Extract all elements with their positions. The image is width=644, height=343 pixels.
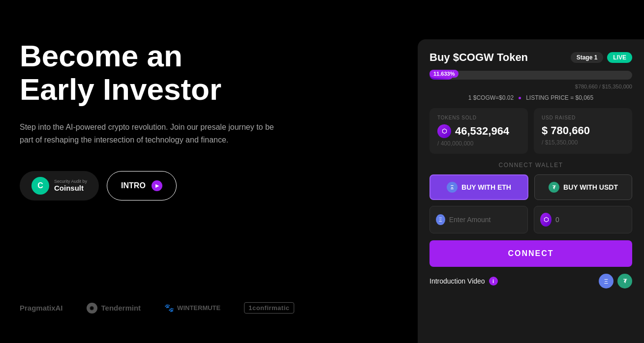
tokens-sold-label: TOKENS SOLD xyxy=(437,115,520,120)
tokens-sold-sub: / 400,000,000 xyxy=(437,140,520,147)
partner-1confirmatic: 1confirmatic xyxy=(244,302,294,314)
hero-subtitle: Step into the AI-powered crypto revoluti… xyxy=(20,121,276,146)
chain-icons: Ξ ₮ xyxy=(599,274,632,288)
intro-button[interactable]: INTRO xyxy=(107,171,177,200)
token-info: 1 $COGW=$0.02 LISTING PRICE = $0,065 xyxy=(429,94,632,101)
progress-bar-bg xyxy=(429,71,632,80)
coinsult-text: Security Audit by Coinsult xyxy=(54,179,87,192)
panel-header: Buy $COGW Token Stage 1 LIVE xyxy=(429,51,632,64)
eth-input-icon: Ξ xyxy=(436,214,445,225)
cogw-token-icon: ⬡ xyxy=(437,124,451,138)
stats-row: TOKENS SOLD ⬡ 46,532,964 / 400,000,000 U… xyxy=(429,108,632,154)
play-icon xyxy=(152,180,162,191)
usd-raised-card: USD RAISED $ 780,660 / $15,350,000 xyxy=(534,108,632,154)
progress-amount: $780,660 / $15,350,000 xyxy=(429,84,632,89)
enter-amount-input[interactable] xyxy=(449,216,521,224)
partner-pragmatix: PragmatixAI xyxy=(20,304,63,312)
chain-usdt-icon: ₮ xyxy=(617,274,632,288)
left-panel: Become an Early Investor Step into the A… xyxy=(0,0,418,343)
chain-eth-icon: Ξ xyxy=(599,274,613,288)
separator-dot xyxy=(519,97,521,99)
connect-wallet-label: CONNECT WALLET xyxy=(429,162,632,169)
cogw-amount-field: ⬡ xyxy=(534,206,632,233)
buy-with-usdt-button[interactable]: ₮ BUY WITH USDT xyxy=(534,174,632,200)
progress-label: 11.633% xyxy=(429,70,459,78)
live-badge: LIVE xyxy=(607,52,632,63)
paw-icon: 🐾 xyxy=(164,303,174,313)
connect-button[interactable]: CONNECT xyxy=(429,240,632,267)
tokens-sold-card: TOKENS SOLD ⬡ 46,532,964 / 400,000,000 xyxy=(429,108,528,154)
cogw-input-icon: ⬡ xyxy=(540,213,552,227)
coinsult-icon: C xyxy=(31,177,49,195)
cta-buttons: C Security Audit by Coinsult INTRO xyxy=(20,171,398,200)
intro-video-row: Introduction Video i Ξ ₮ xyxy=(429,274,632,288)
buy-with-eth-button[interactable]: Ξ BUY WITH ETH xyxy=(429,174,528,200)
usd-raised-sub: / $15,350,000 xyxy=(542,139,624,146)
enter-amount-field: Ξ xyxy=(429,206,528,233)
badges: Stage 1 LIVE xyxy=(571,52,632,63)
partners-row: PragmatixAI ◉ Tendermint 🐾 WINTERMUTE 1c… xyxy=(20,302,294,314)
buy-buttons-row: Ξ BUY WITH ETH ₮ BUY WITH USDT xyxy=(429,174,632,200)
eth-icon: Ξ xyxy=(447,182,458,193)
intro-video-left: Introduction Video i xyxy=(429,277,498,286)
buy-panel: Buy $COGW Token Stage 1 LIVE 11.633% $78… xyxy=(418,39,644,343)
panel-title: Buy $COGW Token xyxy=(429,51,528,64)
progress-container: 11.633% xyxy=(429,71,632,80)
input-row: Ξ ⬡ xyxy=(429,206,632,233)
stage-badge: Stage 1 xyxy=(571,52,604,63)
usdt-icon: ₮ xyxy=(549,182,559,193)
usd-raised-value: $ 780,660 xyxy=(542,124,624,137)
info-icon[interactable]: i xyxy=(489,277,498,286)
tokens-sold-value: ⬡ 46,532,964 xyxy=(437,124,520,138)
coinsult-button[interactable]: C Security Audit by Coinsult xyxy=(20,171,99,200)
intro-video-text: Introduction Video xyxy=(429,277,485,285)
partner-wintermute: 🐾 WINTERMUTE xyxy=(164,303,220,313)
hero-title: Become an Early Investor xyxy=(20,39,398,106)
partner-tendermint: ◉ Tendermint xyxy=(87,303,141,314)
cogw-amount-input[interactable] xyxy=(555,216,626,224)
tendermint-icon: ◉ xyxy=(87,303,97,314)
usd-raised-label: USD RAISED xyxy=(542,115,624,120)
